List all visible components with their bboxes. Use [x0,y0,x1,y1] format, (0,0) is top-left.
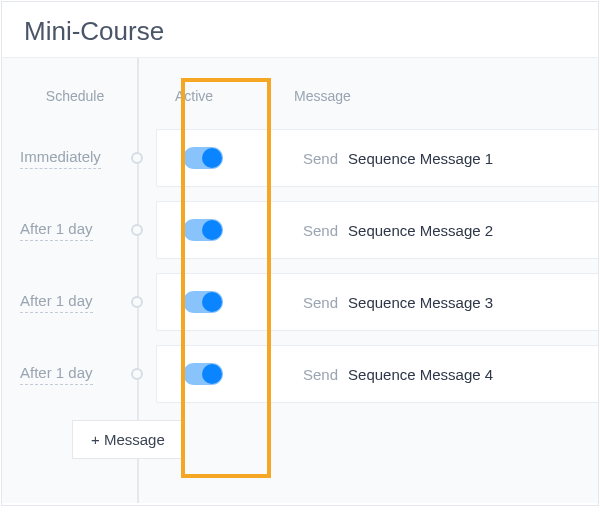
send-label: Send [303,294,338,311]
header-active: Active [148,88,240,104]
schedule-label[interactable]: Immediately [20,148,101,169]
send-label: Send [303,222,338,239]
timeline-node [131,368,143,380]
active-toggle[interactable] [183,291,223,313]
active-toggle[interactable] [183,219,223,241]
message-rows: Immediately Send Sequence Message 1 [2,122,598,468]
page-title: Mini-Course [24,16,576,47]
toggle-cell [157,219,249,241]
schedule-cell: After 1 day [2,292,148,313]
schedule-label[interactable]: After 1 day [20,364,93,385]
toggle-cell [157,147,249,169]
add-message-row: + Message [2,410,598,468]
add-message-button[interactable]: + Message [72,420,184,459]
message-row: After 1 day Send Sequence Message 2 [2,194,598,266]
message-row: After 1 day Send Sequence Message 4 [2,338,598,410]
message-cell: Send Sequence Message 3 [249,294,493,311]
schedule-label[interactable]: After 1 day [20,220,93,241]
message-card[interactable]: Send Sequence Message 2 [156,201,598,259]
message-card[interactable]: Send Sequence Message 4 [156,345,598,403]
message-name: Sequence Message 3 [348,294,493,311]
toggle-cell [157,291,249,313]
message-name: Sequence Message 1 [348,150,493,167]
header-schedule: Schedule [2,88,148,104]
message-cell: Send Sequence Message 4 [249,366,493,383]
schedule-cell: After 1 day [2,220,148,241]
toggle-knob [202,364,222,384]
send-label: Send [303,366,338,383]
header-message: Message [240,88,351,104]
timeline-node [131,152,143,164]
schedule-label[interactable]: After 1 day [20,292,93,313]
message-name: Sequence Message 2 [348,222,493,239]
active-toggle[interactable] [183,147,223,169]
toggle-knob [202,220,222,240]
message-cell: Send Sequence Message 2 [249,222,493,239]
message-row: After 1 day Send Sequence Message 3 [2,266,598,338]
column-headers: Schedule Active Message [2,88,598,122]
timeline-node [131,296,143,308]
schedule-cell: After 1 day [2,364,148,385]
schedule-cell: Immediately [2,148,148,169]
toggle-cell [157,363,249,385]
content-area: Schedule Active Message Immediately S [2,58,598,503]
sequence-panel: Mini-Course Schedule Active Message Imme… [1,1,599,506]
toggle-knob [202,148,222,168]
message-row: Immediately Send Sequence Message 1 [2,122,598,194]
message-card[interactable]: Send Sequence Message 3 [156,273,598,331]
timeline-node [131,224,143,236]
toggle-knob [202,292,222,312]
message-card[interactable]: Send Sequence Message 1 [156,129,598,187]
message-name: Sequence Message 4 [348,366,493,383]
send-label: Send [303,150,338,167]
active-toggle[interactable] [183,363,223,385]
title-bar: Mini-Course [2,2,598,58]
message-cell: Send Sequence Message 1 [249,150,493,167]
